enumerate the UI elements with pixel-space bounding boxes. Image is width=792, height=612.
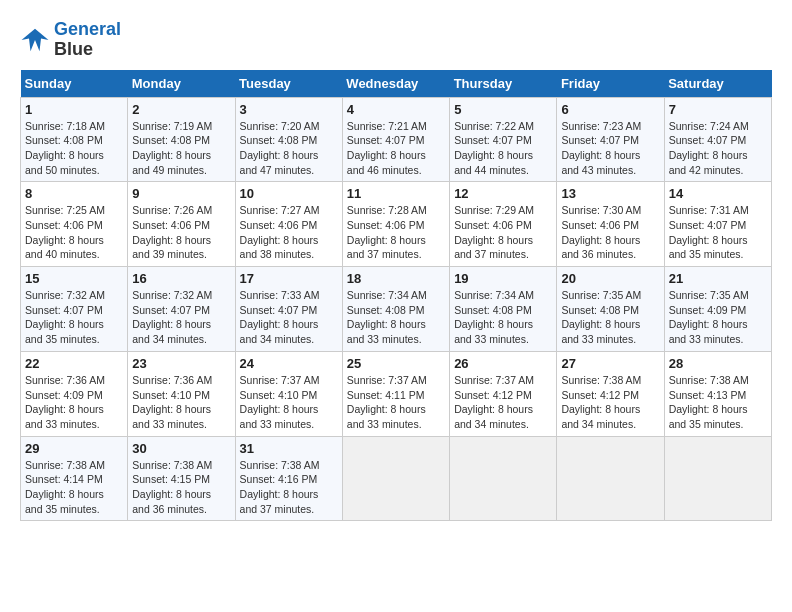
calendar-cell: 8 Sunrise: 7:25 AMSunset: 4:06 PMDayligh… <box>21 182 128 267</box>
logo-icon <box>20 25 50 55</box>
calendar-cell: 27 Sunrise: 7:38 AMSunset: 4:12 PMDaylig… <box>557 351 664 436</box>
day-number: 12 <box>454 186 552 201</box>
day-number: 4 <box>347 102 445 117</box>
calendar-cell: 2 Sunrise: 7:19 AMSunset: 4:08 PMDayligh… <box>128 97 235 182</box>
day-number: 10 <box>240 186 338 201</box>
day-info: Sunrise: 7:33 AMSunset: 4:07 PMDaylight:… <box>240 288 338 347</box>
day-info: Sunrise: 7:32 AMSunset: 4:07 PMDaylight:… <box>25 288 123 347</box>
page-header: GeneralBlue <box>20 20 772 60</box>
calendar-cell: 23 Sunrise: 7:36 AMSunset: 4:10 PMDaylig… <box>128 351 235 436</box>
day-info: Sunrise: 7:34 AMSunset: 4:08 PMDaylight:… <box>347 288 445 347</box>
day-info: Sunrise: 7:23 AMSunset: 4:07 PMDaylight:… <box>561 119 659 178</box>
day-info: Sunrise: 7:37 AMSunset: 4:11 PMDaylight:… <box>347 373 445 432</box>
day-info: Sunrise: 7:37 AMSunset: 4:12 PMDaylight:… <box>454 373 552 432</box>
day-info: Sunrise: 7:19 AMSunset: 4:08 PMDaylight:… <box>132 119 230 178</box>
calendar-cell: 16 Sunrise: 7:32 AMSunset: 4:07 PMDaylig… <box>128 267 235 352</box>
day-number: 30 <box>132 441 230 456</box>
week-row-2: 8 Sunrise: 7:25 AMSunset: 4:06 PMDayligh… <box>21 182 772 267</box>
day-number: 3 <box>240 102 338 117</box>
day-number: 17 <box>240 271 338 286</box>
day-number: 23 <box>132 356 230 371</box>
day-info: Sunrise: 7:38 AMSunset: 4:16 PMDaylight:… <box>240 458 338 517</box>
day-number: 5 <box>454 102 552 117</box>
day-header-thursday: Thursday <box>450 70 557 98</box>
day-number: 9 <box>132 186 230 201</box>
day-info: Sunrise: 7:26 AMSunset: 4:06 PMDaylight:… <box>132 203 230 262</box>
calendar-cell: 7 Sunrise: 7:24 AMSunset: 4:07 PMDayligh… <box>664 97 771 182</box>
calendar-cell: 5 Sunrise: 7:22 AMSunset: 4:07 PMDayligh… <box>450 97 557 182</box>
day-info: Sunrise: 7:22 AMSunset: 4:07 PMDaylight:… <box>454 119 552 178</box>
calendar-cell: 3 Sunrise: 7:20 AMSunset: 4:08 PMDayligh… <box>235 97 342 182</box>
calendar-cell: 12 Sunrise: 7:29 AMSunset: 4:06 PMDaylig… <box>450 182 557 267</box>
day-info: Sunrise: 7:38 AMSunset: 4:13 PMDaylight:… <box>669 373 767 432</box>
day-number: 20 <box>561 271 659 286</box>
calendar-header-row: SundayMondayTuesdayWednesdayThursdayFrid… <box>21 70 772 98</box>
calendar-cell: 13 Sunrise: 7:30 AMSunset: 4:06 PMDaylig… <box>557 182 664 267</box>
day-info: Sunrise: 7:34 AMSunset: 4:08 PMDaylight:… <box>454 288 552 347</box>
calendar-cell: 29 Sunrise: 7:38 AMSunset: 4:14 PMDaylig… <box>21 436 128 521</box>
day-number: 6 <box>561 102 659 117</box>
day-number: 31 <box>240 441 338 456</box>
day-info: Sunrise: 7:38 AMSunset: 4:15 PMDaylight:… <box>132 458 230 517</box>
day-number: 14 <box>669 186 767 201</box>
calendar-cell: 10 Sunrise: 7:27 AMSunset: 4:06 PMDaylig… <box>235 182 342 267</box>
calendar-cell: 14 Sunrise: 7:31 AMSunset: 4:07 PMDaylig… <box>664 182 771 267</box>
day-info: Sunrise: 7:37 AMSunset: 4:10 PMDaylight:… <box>240 373 338 432</box>
day-number: 1 <box>25 102 123 117</box>
calendar-cell: 28 Sunrise: 7:38 AMSunset: 4:13 PMDaylig… <box>664 351 771 436</box>
day-info: Sunrise: 7:27 AMSunset: 4:06 PMDaylight:… <box>240 203 338 262</box>
day-number: 25 <box>347 356 445 371</box>
day-number: 11 <box>347 186 445 201</box>
calendar-cell: 19 Sunrise: 7:34 AMSunset: 4:08 PMDaylig… <box>450 267 557 352</box>
calendar-cell: 31 Sunrise: 7:38 AMSunset: 4:16 PMDaylig… <box>235 436 342 521</box>
day-info: Sunrise: 7:36 AMSunset: 4:10 PMDaylight:… <box>132 373 230 432</box>
calendar-cell: 17 Sunrise: 7:33 AMSunset: 4:07 PMDaylig… <box>235 267 342 352</box>
day-info: Sunrise: 7:18 AMSunset: 4:08 PMDaylight:… <box>25 119 123 178</box>
day-header-friday: Friday <box>557 70 664 98</box>
day-info: Sunrise: 7:29 AMSunset: 4:06 PMDaylight:… <box>454 203 552 262</box>
day-info: Sunrise: 7:20 AMSunset: 4:08 PMDaylight:… <box>240 119 338 178</box>
day-info: Sunrise: 7:30 AMSunset: 4:06 PMDaylight:… <box>561 203 659 262</box>
day-number: 19 <box>454 271 552 286</box>
calendar-cell: 4 Sunrise: 7:21 AMSunset: 4:07 PMDayligh… <box>342 97 449 182</box>
calendar-cell <box>342 436 449 521</box>
calendar-cell: 18 Sunrise: 7:34 AMSunset: 4:08 PMDaylig… <box>342 267 449 352</box>
day-info: Sunrise: 7:24 AMSunset: 4:07 PMDaylight:… <box>669 119 767 178</box>
calendar-cell: 25 Sunrise: 7:37 AMSunset: 4:11 PMDaylig… <box>342 351 449 436</box>
day-number: 13 <box>561 186 659 201</box>
day-header-sunday: Sunday <box>21 70 128 98</box>
calendar-cell: 9 Sunrise: 7:26 AMSunset: 4:06 PMDayligh… <box>128 182 235 267</box>
day-info: Sunrise: 7:38 AMSunset: 4:14 PMDaylight:… <box>25 458 123 517</box>
calendar-cell: 20 Sunrise: 7:35 AMSunset: 4:08 PMDaylig… <box>557 267 664 352</box>
calendar-cell: 26 Sunrise: 7:37 AMSunset: 4:12 PMDaylig… <box>450 351 557 436</box>
day-number: 8 <box>25 186 123 201</box>
day-header-monday: Monday <box>128 70 235 98</box>
calendar-cell: 22 Sunrise: 7:36 AMSunset: 4:09 PMDaylig… <box>21 351 128 436</box>
calendar-cell: 11 Sunrise: 7:28 AMSunset: 4:06 PMDaylig… <box>342 182 449 267</box>
calendar-cell: 1 Sunrise: 7:18 AMSunset: 4:08 PMDayligh… <box>21 97 128 182</box>
day-info: Sunrise: 7:35 AMSunset: 4:08 PMDaylight:… <box>561 288 659 347</box>
week-row-5: 29 Sunrise: 7:38 AMSunset: 4:14 PMDaylig… <box>21 436 772 521</box>
day-number: 29 <box>25 441 123 456</box>
calendar-cell <box>557 436 664 521</box>
day-info: Sunrise: 7:35 AMSunset: 4:09 PMDaylight:… <box>669 288 767 347</box>
day-number: 26 <box>454 356 552 371</box>
logo-text: GeneralBlue <box>54 20 121 60</box>
calendar-cell: 24 Sunrise: 7:37 AMSunset: 4:10 PMDaylig… <box>235 351 342 436</box>
week-row-3: 15 Sunrise: 7:32 AMSunset: 4:07 PMDaylig… <box>21 267 772 352</box>
week-row-1: 1 Sunrise: 7:18 AMSunset: 4:08 PMDayligh… <box>21 97 772 182</box>
day-header-saturday: Saturday <box>664 70 771 98</box>
day-number: 21 <box>669 271 767 286</box>
day-number: 7 <box>669 102 767 117</box>
calendar-cell: 15 Sunrise: 7:32 AMSunset: 4:07 PMDaylig… <box>21 267 128 352</box>
day-info: Sunrise: 7:25 AMSunset: 4:06 PMDaylight:… <box>25 203 123 262</box>
calendar-table: SundayMondayTuesdayWednesdayThursdayFrid… <box>20 70 772 522</box>
calendar-cell <box>664 436 771 521</box>
day-header-wednesday: Wednesday <box>342 70 449 98</box>
logo: GeneralBlue <box>20 20 121 60</box>
day-number: 15 <box>25 271 123 286</box>
svg-marker-0 <box>22 29 49 52</box>
day-header-tuesday: Tuesday <box>235 70 342 98</box>
week-row-4: 22 Sunrise: 7:36 AMSunset: 4:09 PMDaylig… <box>21 351 772 436</box>
day-number: 16 <box>132 271 230 286</box>
